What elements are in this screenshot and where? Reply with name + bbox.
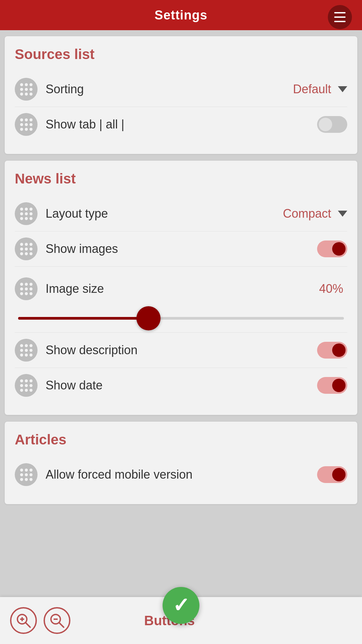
- hamburger-icon: [334, 12, 346, 22]
- zoom-out-icon: [49, 612, 65, 629]
- show-description-icon: [15, 339, 38, 362]
- layout-type-label: Layout type: [46, 207, 283, 221]
- show-date-toggle[interactable]: [317, 377, 347, 394]
- confirm-fab[interactable]: ✓: [163, 587, 199, 624]
- toggle-knob: [332, 242, 346, 256]
- zoom-out-button[interactable]: [44, 607, 70, 634]
- show-tab-row: Show tab | all |: [15, 107, 347, 142]
- checkmark-icon: ✓: [173, 595, 189, 615]
- news-list-title: News list: [15, 171, 347, 187]
- news-list-card: News list Layout type Compact: [5, 161, 357, 415]
- main-content: Sources list Sorting Default: [0, 30, 362, 544]
- show-tab-toggle[interactable]: [317, 116, 347, 133]
- toggle-knob: [332, 343, 346, 357]
- image-size-icon: [15, 277, 38, 300]
- image-size-section: Image size 40%: [15, 267, 347, 333]
- articles-title: Articles: [15, 432, 347, 448]
- grid-icon: [20, 83, 32, 95]
- show-description-toggle[interactable]: [317, 342, 347, 359]
- menu-button[interactable]: [328, 5, 352, 29]
- allow-forced-mobile-icon: [15, 463, 38, 486]
- show-images-icon: [15, 237, 38, 260]
- sorting-dropdown-arrow[interactable]: [338, 86, 347, 92]
- toggle-knob: [319, 118, 332, 131]
- image-size-label: Image size: [46, 282, 319, 296]
- sorting-icon: [15, 78, 38, 101]
- image-size-value: 40%: [319, 282, 343, 296]
- app-header: Settings: [0, 0, 362, 30]
- grid-icon: [20, 118, 32, 130]
- sources-list-card: Sources list Sorting Default: [5, 36, 357, 154]
- zoom-in-icon: [15, 612, 32, 629]
- sorting-row: Sorting Default: [15, 72, 347, 107]
- slider-thumb[interactable]: [136, 306, 161, 330]
- sources-list-title: Sources list: [15, 46, 347, 62]
- page-title: Settings: [155, 8, 207, 22]
- layout-type-icon: [15, 202, 38, 225]
- layout-type-row: Layout type Compact: [15, 196, 347, 231]
- grid-icon: [20, 469, 32, 481]
- sorting-label: Sorting: [46, 82, 293, 96]
- show-images-row: Show images: [15, 231, 347, 267]
- image-size-slider-container[interactable]: [15, 317, 347, 320]
- svg-line-6: [59, 623, 64, 627]
- image-size-row: Image size 40%: [15, 271, 347, 304]
- show-description-row: Show description: [15, 333, 347, 368]
- allow-forced-mobile-toggle[interactable]: [317, 466, 347, 483]
- toggle-knob: [332, 379, 346, 392]
- show-images-label: Show images: [46, 242, 317, 256]
- grid-icon: [20, 344, 32, 356]
- allow-forced-mobile-row: Allow forced mobile version: [15, 457, 347, 492]
- show-date-label: Show date: [46, 378, 317, 392]
- grid-icon: [20, 243, 32, 255]
- layout-type-value: Compact: [283, 207, 331, 221]
- layout-type-dropdown-arrow[interactable]: [338, 211, 347, 217]
- show-date-row: Show date: [15, 368, 347, 403]
- show-description-label: Show description: [46, 343, 317, 357]
- sorting-value: Default: [293, 82, 331, 96]
- grid-icon: [20, 379, 32, 391]
- slider-track[interactable]: [18, 317, 344, 320]
- toggle-knob: [332, 468, 346, 481]
- show-tab-label: Show tab | all |: [46, 117, 317, 131]
- grid-icon: [20, 283, 32, 295]
- svg-line-3: [25, 623, 30, 627]
- zoom-in-button[interactable]: [10, 607, 37, 634]
- grid-icon: [20, 208, 32, 220]
- allow-forced-mobile-label: Allow forced mobile version: [46, 468, 317, 482]
- articles-card: Articles Allow forced mobile version: [5, 422, 357, 504]
- show-date-icon: [15, 374, 38, 397]
- show-images-toggle[interactable]: [317, 240, 347, 257]
- slider-fill: [18, 317, 148, 320]
- show-tab-icon: [15, 113, 38, 136]
